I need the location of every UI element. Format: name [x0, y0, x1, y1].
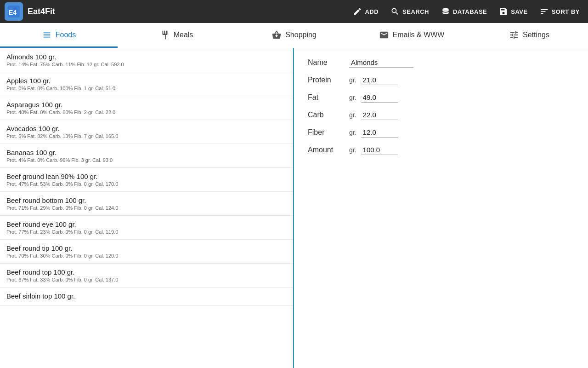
tab-emails-label: Emails & WWW	[393, 31, 445, 39]
food-item-name: Bananas 100 gr.	[6, 149, 287, 156]
detail-label-carb: Carb	[308, 111, 349, 119]
save-label: SAVE	[511, 8, 527, 15]
food-item[interactable]: Avocados 100 gr. Prot. 5% Fat. 82% Carb.…	[0, 120, 293, 144]
search-icon	[390, 7, 400, 16]
tab-meals-label: Meals	[174, 31, 193, 39]
food-item-name: Apples 100 gr.	[6, 77, 287, 85]
detail-label-protein: Protein	[308, 76, 349, 84]
food-item-details: Prot. 14% Fat. 75% Carb. 11% Fib. 12 gr.…	[6, 62, 287, 67]
food-item-details: Prot. 5% Fat. 82% Carb. 13% Fib. 7 gr. C…	[6, 133, 287, 139]
add-button[interactable]: ADD	[349, 5, 382, 18]
sort-button[interactable]: SORT BY	[536, 5, 583, 18]
food-item-details: Prot. 0% Fat. 0% Carb. 100% Fib. 1 gr. C…	[6, 86, 287, 91]
detail-input-protein[interactable]	[361, 75, 398, 85]
detail-row-name: Name	[308, 58, 574, 68]
database-label: DATABASE	[453, 8, 487, 15]
food-item[interactable]: Beef round top 100 gr. Prot. 67% Fat. 33…	[0, 264, 293, 288]
email-icon	[379, 30, 389, 40]
detail-input-name[interactable]	[349, 58, 413, 68]
food-item[interactable]: Beef round eye 100 gr. Prot. 77% Fat. 23…	[0, 216, 293, 240]
detail-label-name: Name	[308, 58, 349, 67]
food-item-details: Prot. 77% Fat. 23% Carb. 0% Fib. 0 gr. C…	[6, 229, 287, 235]
tab-shopping-label: Shopping	[285, 31, 317, 39]
food-item-name: Beef round tip 100 gr.	[6, 244, 287, 252]
food-item-name: Beef round bottom 100 gr.	[6, 196, 287, 204]
detail-unit-amount: gr.	[349, 146, 356, 154]
pencil-icon	[353, 7, 362, 16]
food-item-details: Prot. 4% Fat. 0% Carb. 96% Fib. 3 gr. Ca…	[6, 157, 287, 163]
food-item[interactable]: Bananas 100 gr. Prot. 4% Fat. 0% Carb. 9…	[0, 144, 293, 168]
detail-row-fat: Fatgr.	[308, 92, 574, 103]
detail-unit-protein: gr.	[349, 76, 356, 84]
tab-settings-label: Settings	[523, 31, 549, 39]
food-item-details: Prot. 40% Fat. 0% Carb. 60% Fib. 2 gr. C…	[6, 109, 287, 115]
tab-emails[interactable]: Emails & WWW	[353, 23, 470, 48]
food-item-details: Prot. 47% Fat. 53% Carb. 0% Fib. 0 gr. C…	[6, 181, 287, 187]
app-title: Eat4Fit	[28, 7, 349, 17]
meals-icon	[160, 30, 170, 40]
food-item-name: Almonds 100 gr.	[6, 53, 287, 61]
save-button[interactable]: SAVE	[495, 5, 531, 18]
header-actions: ADD SEARCH DATABASE SAVE	[349, 5, 583, 18]
sort-icon	[540, 7, 549, 16]
food-item-name: Avocados 100 gr.	[6, 125, 287, 132]
foods-icon	[42, 30, 52, 40]
detail-unit-fiber: gr.	[349, 129, 356, 136]
database-icon	[441, 7, 450, 16]
nav-tabs: Foods Meals Shopping Emails & WWW Settin…	[0, 23, 588, 48]
food-item-details: Prot. 71% Fat. 29% Carb. 0% Fib. 0 gr. C…	[6, 205, 287, 211]
food-item-name: Beef round eye 100 gr.	[6, 220, 287, 228]
tab-foods[interactable]: Foods	[0, 23, 118, 48]
food-item[interactable]: Beef round tip 100 gr. Prot. 70% Fat. 30…	[0, 240, 293, 264]
shopping-icon	[271, 30, 282, 40]
detail-row-amount: Amountgr.	[308, 145, 574, 155]
header: E4 Eat4Fit ADD SEARCH DATABASE	[0, 0, 588, 23]
app-logo: E4	[5, 2, 23, 21]
sort-label: SORT BY	[552, 8, 580, 15]
food-list: Almonds 100 gr. Prot. 14% Fat. 75% Carb.…	[0, 48, 294, 368]
tab-settings[interactable]: Settings	[470, 23, 588, 48]
detail-row-protein: Proteingr.	[308, 75, 574, 85]
search-button[interactable]: SEARCH	[387, 5, 433, 18]
detail-panel: NameProteingr.Fatgr.Carbgr.Fibergr.Amoun…	[294, 48, 588, 368]
detail-label-fiber: Fiber	[308, 128, 349, 137]
main-content: Almonds 100 gr. Prot. 14% Fat. 75% Carb.…	[0, 48, 588, 368]
food-item[interactable]: Beef sirloin top 100 gr.	[0, 288, 293, 306]
food-item-name: Asparagus 100 gr.	[6, 101, 287, 109]
detail-unit-carb: gr.	[349, 111, 356, 119]
detail-input-fiber[interactable]	[361, 127, 398, 138]
food-item-details: Prot. 70% Fat. 30% Carb. 0% Fib. 0 gr. C…	[6, 253, 287, 259]
detail-label-amount: Amount	[308, 146, 349, 154]
tab-shopping[interactable]: Shopping	[235, 23, 353, 48]
detail-unit-fat: gr.	[349, 94, 356, 101]
food-item[interactable]: Apples 100 gr. Prot. 0% Fat. 0% Carb. 10…	[0, 72, 293, 96]
detail-label-fat: Fat	[308, 93, 349, 102]
svg-point-2	[442, 8, 448, 11]
svg-text:E4: E4	[9, 9, 17, 16]
food-item-name: Beef round top 100 gr.	[6, 268, 287, 276]
detail-row-fiber: Fibergr.	[308, 127, 574, 138]
tab-foods-label: Foods	[56, 31, 76, 39]
floppy-icon	[499, 7, 508, 16]
tab-meals[interactable]: Meals	[118, 23, 235, 48]
food-item[interactable]: Beef round bottom 100 gr. Prot. 71% Fat.…	[0, 192, 293, 216]
food-item-name: Beef ground lean 90% 100 gr.	[6, 172, 287, 180]
add-label: ADD	[365, 8, 379, 15]
food-item-details: Prot. 67% Fat. 33% Carb. 0% Fib. 0 gr. C…	[6, 277, 287, 282]
detail-row-carb: Carbgr.	[308, 110, 574, 120]
food-item[interactable]: Almonds 100 gr. Prot. 14% Fat. 75% Carb.…	[0, 48, 293, 72]
food-item[interactable]: Beef ground lean 90% 100 gr. Prot. 47% F…	[0, 168, 293, 192]
detail-input-fat[interactable]	[361, 92, 398, 103]
search-label: SEARCH	[402, 8, 429, 15]
detail-input-amount[interactable]	[361, 145, 398, 155]
food-item[interactable]: Asparagus 100 gr. Prot. 40% Fat. 0% Carb…	[0, 96, 293, 120]
food-item-name: Beef sirloin top 100 gr.	[6, 292, 287, 300]
settings-icon	[509, 30, 519, 40]
database-button[interactable]: DATABASE	[437, 5, 491, 18]
detail-input-carb[interactable]	[361, 110, 398, 120]
